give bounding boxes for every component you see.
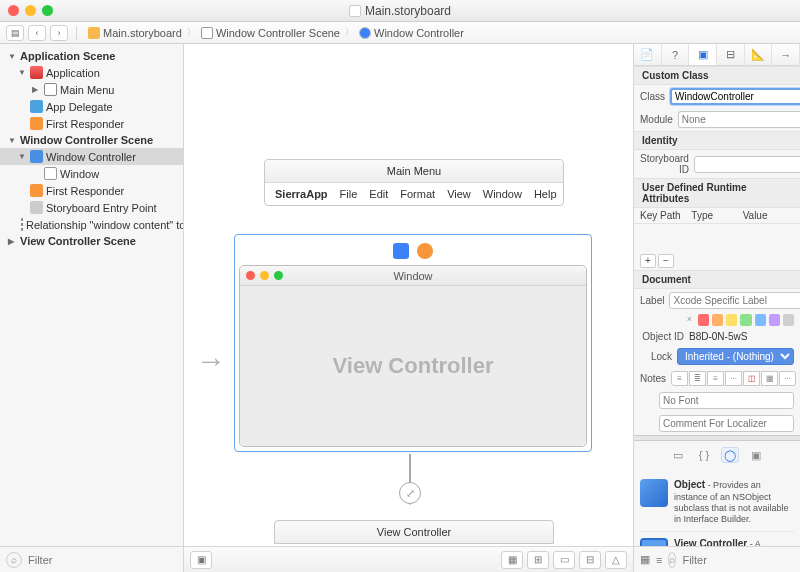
class-field[interactable] [670,88,800,105]
storyboard-id-field[interactable] [694,156,800,173]
outline-item-window-controller[interactable]: ▼Window Controller [0,148,183,165]
pin-button[interactable]: ⊟ [579,551,601,569]
outline-item-first-responder[interactable]: First Responder [0,115,183,132]
breadcrumb-item[interactable]: Main.storyboard [103,27,182,39]
first-responder-icon[interactable] [417,243,433,259]
menu-item[interactable]: Format [400,188,435,200]
zoom-icon[interactable] [42,5,53,16]
list-view-button[interactable]: ≡ [656,552,662,568]
library-item[interactable]: Object - Provides an instance of an NSOb… [640,473,794,532]
menu-item[interactable]: Edit [369,188,388,200]
table-header: Key PathTypeValue [634,208,800,224]
media-library-tab[interactable]: ▣ [747,447,765,463]
field-label: Storyboard ID [640,153,689,175]
entry-point-arrow-icon[interactable]: → [196,344,226,378]
section-header: Identity [634,131,800,150]
first-responder-icon [30,184,43,197]
segue-icon[interactable]: ⤢ [399,482,421,504]
first-responder-icon [30,117,43,130]
close-icon[interactable] [8,5,19,16]
module-field[interactable] [678,111,800,128]
window-controller-scene[interactable]: Window View Controller [234,234,592,452]
file-template-tab[interactable]: ▭ [669,447,687,463]
document-outline: ▼Application Scene ▼Application ▶Main Me… [0,44,184,572]
outline-item-entry-point[interactable]: Storyboard Entry Point [0,199,183,216]
minimize-icon[interactable] [25,5,36,16]
relationship-icon [21,218,23,231]
document-panel-button[interactable]: ▣ [190,551,212,569]
forward-button[interactable]: › [50,25,68,41]
inspector-panel: 📄 ? ▣ ⊟ 📐 → Custom Class Class ▾ Module … [634,44,800,572]
section-header: User Defined Runtime Attributes [634,178,800,208]
outline-item-application[interactable]: ▼Application [0,64,183,81]
breadcrumb-item[interactable]: Window Controller Scene [216,27,340,39]
outline-item-first-responder[interactable]: First Responder [0,182,183,199]
menu-item[interactable]: Help [534,188,557,200]
scene-header[interactable]: ▼Application Scene [0,48,183,64]
clear-color-icon[interactable]: × [684,314,695,326]
notes-font-field[interactable] [659,392,794,409]
canvas[interactable]: Main Menu SierraApp File Edit Format Vie… [184,44,634,572]
grid-view-button[interactable]: ▦ [640,552,650,568]
align-button[interactable]: ▭ [553,551,575,569]
file-inspector-tab[interactable]: 📄 [634,44,662,65]
jump-bar: ▤ ‹ › Main.storyboard 〉 Window Controlle… [0,22,800,44]
outline-toggle-button[interactable]: ▤ [6,25,24,41]
code-snippet-tab[interactable]: { } [695,447,713,463]
size-inspector-tab[interactable]: 📐 [745,44,773,65]
remove-attribute-button[interactable]: − [658,254,674,268]
menu-item[interactable]: View [447,188,471,200]
storyboard-icon [88,27,100,39]
scene-header[interactable]: ▼Window Controller Scene [0,132,183,148]
window-title: Main.storyboard [0,4,800,18]
filter-icon[interactable]: ⌕ [6,552,22,568]
field-label: Label [640,295,664,306]
canvas-footer: ▣ ▦ ⊞ ▭ ⊟ △ [184,546,633,572]
menu-item[interactable]: Window [483,188,522,200]
library-item[interactable]: View Controller - A controller that mana… [640,532,794,546]
document-label-field[interactable] [669,292,800,309]
window-preview[interactable]: Window View Controller [239,265,587,447]
lock-select[interactable]: Inherited - (Nothing) [677,348,794,365]
outline-filter-input[interactable] [28,554,177,566]
scene-icon [201,27,213,39]
menu-item[interactable]: SierraApp [275,188,328,200]
section-header: Document [634,270,800,289]
window-controller-icon[interactable] [393,243,409,259]
outline-item-main-menu[interactable]: ▶Main Menu [0,81,183,98]
outline-item-window[interactable]: Window [0,165,183,182]
identity-inspector-tab[interactable]: ▣ [689,44,717,65]
filter-icon[interactable]: ⌕ [668,552,676,568]
add-attribute-button[interactable]: + [640,254,656,268]
delegate-icon [30,100,43,113]
label-color-picker[interactable]: × [634,312,800,328]
window-icon [44,167,57,180]
localizer-comment-field[interactable] [659,415,794,432]
embed-button[interactable]: ⊞ [527,551,549,569]
breadcrumb[interactable]: Main.storyboard 〉 Window Controller Scen… [85,26,467,40]
layout-button[interactable]: ▦ [501,551,523,569]
field-label: Object ID [640,331,684,342]
menu-item[interactable]: File [340,188,358,200]
main-menu-scene[interactable]: Main Menu SierraApp File Edit Format Vie… [264,159,564,206]
object-library-list[interactable]: Object - Provides an instance of an NSOb… [634,469,800,546]
notes-format-segment[interactable]: ≡≣≡···◫▦··· [671,371,796,386]
outline-item-app-delegate[interactable]: App Delegate [0,98,183,115]
outline-item-relationship[interactable]: Relationship "window content" to ... [0,216,183,233]
view-controller-scene[interactable]: View Controller [274,520,554,544]
resolve-button[interactable]: △ [605,551,627,569]
object-library-tab[interactable]: ◯ [721,447,739,463]
scene-header[interactable]: ▶View Controller Scene [0,233,183,249]
menu-bar[interactable]: SierraApp File Edit Format View Window H… [265,183,563,205]
window-controller-icon [359,27,371,39]
breadcrumb-item[interactable]: Window Controller [374,27,464,39]
attributes-inspector-tab[interactable]: ⊟ [717,44,745,65]
back-button[interactable]: ‹ [28,25,46,41]
connections-inspector-tab[interactable]: → [772,44,800,65]
entry-point-icon [30,201,43,214]
library-filter-input[interactable] [682,554,800,566]
attributes-table[interactable] [634,224,800,252]
menu-icon [44,83,57,96]
help-inspector-tab[interactable]: ? [662,44,690,65]
field-label: Notes [640,373,666,384]
